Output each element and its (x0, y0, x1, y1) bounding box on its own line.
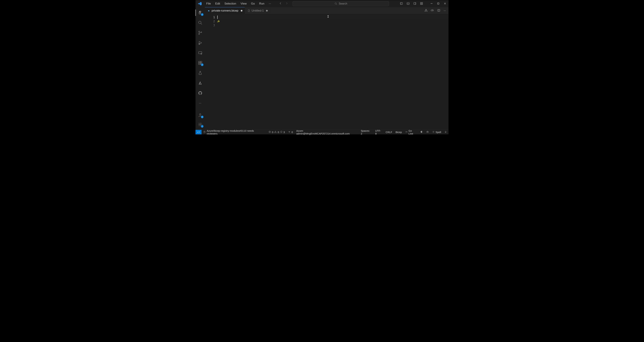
info-icon (280, 131, 282, 134)
bell-icon (444, 131, 447, 134)
nav-back[interactable] (278, 1, 283, 6)
radio-tower-icon (288, 131, 290, 134)
activity-azure[interactable] (196, 79, 205, 87)
line-number-gutter: 1 2 3 (205, 14, 217, 130)
svg-rect-17 (198, 63, 200, 65)
bicep-visualizer-icon[interactable] (424, 8, 428, 13)
menu-selection[interactable]: Selection (223, 1, 238, 6)
window-close[interactable] (442, 1, 448, 6)
command-center-search[interactable]: Search (292, 1, 389, 6)
tab-untitled-1[interactable]: Untitled-1 (245, 7, 270, 14)
status-azure-account[interactable]: Azure: admin@MngEnvMCAP257214.onmicrosof… (294, 130, 359, 134)
vscode-window: File Edit Selection View Go Run ··· Sear… (195, 0, 449, 135)
status-encoding[interactable]: UTF-8 (374, 129, 384, 135)
split-editor-icon[interactable] (436, 8, 441, 13)
copilot-sparkle-icon[interactable]: ✨ (217, 19, 220, 23)
activity-run-debug[interactable] (196, 39, 205, 46)
activity-bar-bottom: 2 1 (196, 112, 205, 128)
line-number: 3 (205, 23, 215, 27)
activity-github[interactable] (196, 90, 205, 97)
toggle-panel-icon[interactable] (405, 1, 411, 6)
menu-file[interactable]: File (204, 1, 212, 6)
status-warnings-count: 0 (278, 131, 279, 134)
svg-rect-16 (198, 61, 200, 63)
file-icon (247, 9, 250, 12)
menu-view[interactable]: View (239, 1, 248, 6)
broadcast-icon (405, 131, 408, 134)
svg-point-34 (433, 132, 434, 132)
svg-rect-19 (200, 61, 202, 63)
activity-search[interactable] (196, 19, 205, 26)
tab-label: private-runners.bicep (212, 9, 238, 12)
editor-text-area[interactable]: ✨ I (217, 14, 448, 130)
status-go-live-text: Go Live (408, 129, 417, 135)
activity-settings[interactable]: 1 (196, 121, 205, 128)
activity-source-control[interactable] (196, 29, 205, 36)
window-maximize[interactable] (436, 1, 441, 6)
menu-go[interactable]: Go (249, 1, 256, 6)
menu-edit[interactable]: Edit (214, 1, 222, 6)
menu-run[interactable]: Run (258, 1, 266, 6)
status-language-mode[interactable]: Bicep (394, 131, 404, 134)
nav-forward[interactable] (284, 1, 289, 6)
editor-actions: ··· (422, 7, 448, 14)
status-spaces-text: Spaces: 2 (361, 129, 372, 135)
warning-icon (274, 131, 276, 134)
status-indentation[interactable]: Spaces: 2 (359, 129, 374, 135)
activity-bar: 2 2 (196, 7, 205, 130)
editor-line-2[interactable]: ✨ (217, 19, 448, 23)
svg-point-29 (406, 132, 406, 132)
editor-more-actions[interactable]: ··· (443, 8, 446, 13)
status-spell[interactable]: Spell (430, 131, 443, 134)
status-ports-count: 0 (292, 131, 293, 134)
svg-rect-7 (422, 4, 423, 4)
editor-line-3[interactable] (217, 23, 448, 27)
status-bar-right: Spaces: 2 UTF-8 CRLF Bicep Go Live Spell (359, 129, 448, 135)
menu-overflow[interactable]: ··· (267, 1, 273, 6)
status-ports[interactable]: 0 (286, 130, 294, 134)
accounts-badge: 2 (201, 116, 204, 118)
editor-line-1[interactable] (217, 15, 448, 19)
svg-rect-5 (422, 2, 423, 3)
tab-private-runners-bicep[interactable]: private-runners.bicep (205, 7, 245, 14)
status-infos-count: 3 (284, 131, 285, 134)
toggle-primary-sidebar-icon[interactable] (398, 1, 404, 6)
status-spell-text: Spell (436, 131, 441, 134)
activity-testing[interactable] (196, 69, 205, 76)
status-go-live[interactable]: Go Live (404, 129, 419, 135)
status-eol[interactable]: CRLF (384, 131, 394, 134)
svg-point-0 (335, 3, 336, 4)
status-eol-text: CRLF (386, 131, 392, 134)
activity-accounts[interactable]: 2 (196, 112, 205, 119)
status-bar: Azure/bicep-registry-modules#3110 needs … (196, 130, 448, 134)
text-cursor (217, 15, 218, 19)
svg-rect-4 (420, 2, 421, 3)
workbench-body: 2 2 (196, 7, 448, 130)
status-problems[interactable]: 0 0 3 (267, 130, 286, 134)
svg-rect-1 (400, 2, 402, 4)
activity-overflow[interactable]: ··· (196, 100, 205, 107)
activity-extensions[interactable]: 2 (196, 59, 205, 66)
settings-badge: 1 (201, 125, 204, 128)
status-azure-text: Azure: admin@MngEnvMCAP257214.onmicrosof… (296, 129, 357, 135)
gear-icon (432, 131, 434, 134)
activity-remote-explorer[interactable] (196, 49, 205, 56)
svg-point-21 (200, 124, 201, 125)
toggle-secondary-sidebar-icon[interactable] (412, 1, 418, 6)
status-notifications[interactable] (443, 131, 448, 134)
status-prettier[interactable] (419, 131, 424, 134)
layout-controls (398, 1, 424, 6)
overview-ruler[interactable] (446, 14, 448, 130)
customize-layout-icon[interactable] (419, 1, 424, 6)
status-lang-text: Bicep (396, 131, 402, 134)
editor-group: private-runners.bicep Untitled-1 ··· (205, 7, 448, 130)
status-copilot[interactable] (424, 131, 430, 134)
remote-indicator[interactable] (196, 130, 202, 134)
status-github-notification[interactable]: Azure/bicep-registry-modules#3110 needs … (202, 130, 267, 134)
deploy-cloud-icon[interactable] (430, 8, 434, 13)
half-circle-icon (420, 131, 423, 134)
svg-point-24 (426, 11, 427, 11)
activity-explorer[interactable]: 2 (196, 9, 205, 16)
window-minimize[interactable] (429, 1, 434, 6)
editor-body[interactable]: 1 2 3 ✨ I (205, 14, 448, 130)
